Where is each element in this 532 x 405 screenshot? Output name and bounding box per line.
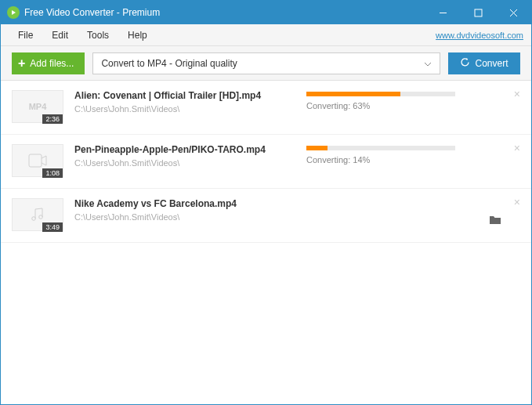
file-list: MP4 2:36 Alien: Covenant | Official Trai… [1,81,531,243]
list-item: MP4 2:36 Alien: Covenant | Official Trai… [1,81,531,135]
svg-rect-1 [475,9,482,16]
website-link[interactable]: www.dvdvideosoft.com [436,31,523,40]
video-icon [28,154,47,168]
convert-label: Convert [475,58,508,69]
progress-bar [306,92,455,96]
menu-tools[interactable]: Tools [78,30,118,41]
list-item: 3:49 Nike Academy vs FC Barcelona.mp4 C:… [1,189,531,243]
minimize-button[interactable] [425,1,461,24]
convert-button[interactable]: Convert [448,52,520,74]
thumb-label: MP4 [29,102,47,111]
thumbnail: 1:08 [12,144,63,177]
progress-text: Converting: 63% [306,101,497,110]
titlebar: Free Video Converter - Premium [1,1,531,24]
format-select[interactable]: Convert to MP4 - Original quality [92,52,440,74]
duration-badge: 1:08 [42,168,63,178]
music-icon [30,207,45,222]
format-label: Convert to MP4 - Original quality [101,58,237,69]
add-files-button[interactable]: + Add files... [12,52,85,74]
chevron-down-icon [424,58,432,69]
remove-item-button[interactable]: × [514,89,520,99]
menu-file[interactable]: File [9,30,42,41]
file-name: Alien: Covenant | Official Trailer [HD].… [74,90,306,101]
window-title: Free Video Converter - Premium [24,7,425,18]
file-name: Nike Academy vs FC Barcelona.mp4 [74,198,306,209]
list-item: 1:08 Pen-Pineapple-Apple-Pen/PIKO-TARO.m… [1,135,531,189]
progress-text: Converting: 14% [306,155,497,165]
refresh-icon [460,57,470,70]
menubar: File Edit Tools Help www.dvdvideosoft.co… [1,24,531,46]
file-path: C:\Users\John.Smit\Videos\ [74,104,306,114]
remove-item-button[interactable]: × [514,143,520,154]
file-name: Pen-Pineapple-Apple-Pen/PIKO-TARO.mp4 [74,144,306,155]
progress-bar [306,146,455,150]
duration-badge: 2:36 [42,114,63,124]
app-logo-icon [7,6,20,19]
toolbar: + Add files... Convert to MP4 - Original… [1,46,531,81]
menu-edit[interactable]: Edit [42,30,78,41]
duration-badge: 3:49 [42,222,63,232]
file-path: C:\Users\John.Smit\Videos\ [74,212,306,222]
open-folder-button[interactable] [489,214,501,228]
thumbnail: 3:49 [12,198,63,231]
menu-help[interactable]: Help [118,30,157,41]
svg-rect-4 [29,154,42,167]
file-path: C:\Users\John.Smit\Videos\ [74,158,306,168]
maximize-button[interactable] [461,1,496,24]
thumbnail: MP4 2:36 [12,90,63,123]
remove-item-button[interactable]: × [514,197,520,208]
plus-icon: + [18,56,25,71]
add-files-label: Add files... [30,58,74,69]
close-button[interactable] [496,1,531,24]
